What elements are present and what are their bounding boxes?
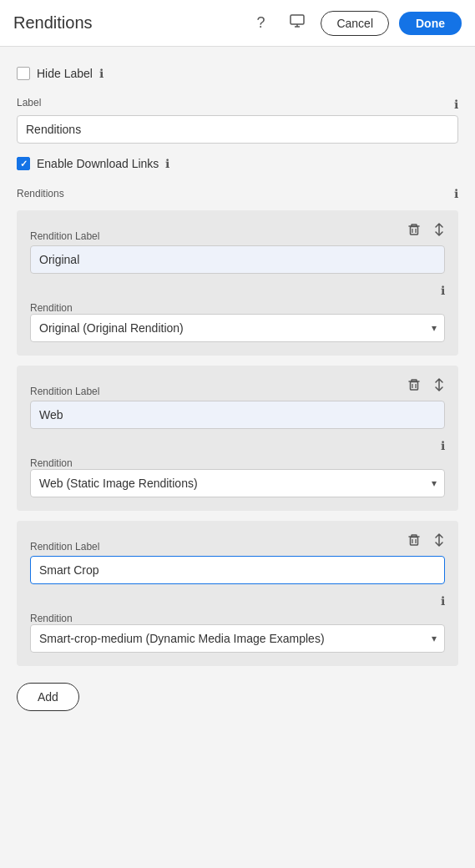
label-field-group: Label ℹ <box>17 97 458 144</box>
question-icon: ? <box>256 14 265 32</box>
sort-icon-2 <box>432 377 447 396</box>
card-2-actions <box>405 376 448 397</box>
card-3-rendition-label: Rendition <box>30 613 73 624</box>
trash-icon <box>407 222 422 240</box>
display-button[interactable] <box>284 10 311 37</box>
card-3-actions <box>405 531 448 553</box>
label-field-info-icon[interactable]: ℹ <box>454 98 458 111</box>
add-button[interactable]: Add <box>17 683 79 711</box>
rendition-card-3: Rendition Label ℹ Rendition Smart-crop-m… <box>17 521 458 666</box>
card-3-rendition-field: ℹ Rendition Smart-crop-medium (Dynamic M… <box>30 594 445 653</box>
card-2-label-field: Rendition Label <box>30 386 445 429</box>
label-input[interactable] <box>17 115 458 144</box>
renditions-section-label: Renditions <box>17 188 64 199</box>
card-1-select-wrapper: Original (Original Rendition) ▾ <box>30 314 445 342</box>
card-3-rendition-label-label: Rendition Label <box>30 541 445 553</box>
help-button[interactable]: ? <box>247 10 274 37</box>
card-1-rendition-select[interactable]: Original (Original Rendition) <box>30 314 445 342</box>
card-2-sort-button[interactable] <box>430 376 448 397</box>
sort-icon <box>432 222 447 240</box>
enable-download-checkbox[interactable] <box>17 157 30 170</box>
card-1-rendition-info-row: ℹ <box>30 284 445 297</box>
enable-download-label: Enable Download Links <box>37 157 159 170</box>
header: Renditions ? Cancel Done <box>0 0 475 47</box>
header-actions: ? Cancel Done <box>247 10 462 37</box>
card-2-rendition-info-row: ℹ <box>30 439 445 452</box>
card-1-sort-button[interactable] <box>430 220 448 242</box>
enable-download-info-icon[interactable]: ℹ <box>165 157 169 170</box>
hide-label-info-icon[interactable]: ℹ <box>99 67 104 80</box>
card-2-rendition-label: Rendition <box>30 457 73 469</box>
renditions-section-info-icon[interactable]: ℹ <box>454 187 458 200</box>
card-1-rendition-label: Rendition <box>30 302 73 314</box>
card-3-rendition-info-icon[interactable]: ℹ <box>441 594 445 608</box>
card-2-select-wrapper: Web (Static Image Renditions) ▾ <box>30 469 445 497</box>
rendition-card-2: Rendition Label ℹ Rendition Web (Static … <box>17 366 458 511</box>
label-field-label: Label <box>17 97 41 108</box>
card-2-rendition-label-label: Rendition Label <box>30 386 445 397</box>
done-button[interactable]: Done <box>399 12 462 35</box>
card-3-select-wrapper: Smart-crop-medium (Dynamic Media Image E… <box>30 624 445 653</box>
svg-rect-3 <box>411 227 418 235</box>
trash-icon-2 <box>407 377 422 396</box>
card-1-label-field: Rendition Label <box>30 230 445 274</box>
rendition-card-1: Rendition Label ℹ Rendition Original (Or… <box>17 210 458 356</box>
card-1-rendition-label-input[interactable] <box>30 245 445 274</box>
card-2-rendition-select[interactable]: Web (Static Image Renditions) <box>30 469 445 497</box>
hide-label-text: Hide Label <box>37 67 93 80</box>
svg-rect-7 <box>411 382 418 391</box>
card-1-rendition-field: ℹ Rendition Original (Original Rendition… <box>30 284 445 342</box>
card-3-rendition-info-row: ℹ <box>30 594 445 608</box>
card-3-label-field: Rendition Label <box>30 541 445 584</box>
card-1-rendition-label-label: Rendition Label <box>30 230 445 242</box>
card-3-delete-button[interactable] <box>405 531 423 553</box>
svg-rect-0 <box>291 15 304 24</box>
card-2-delete-button[interactable] <box>405 376 423 397</box>
page-title: Renditions <box>13 13 93 33</box>
card-2-rendition-info-icon[interactable]: ℹ <box>441 439 445 452</box>
card-3-sort-button[interactable] <box>430 531 448 553</box>
card-1-actions <box>405 220 448 242</box>
label-field-header: Label ℹ <box>17 97 458 112</box>
content-area: Hide Label ℹ Label ℹ Enable Download Lin… <box>0 47 475 728</box>
card-3-rendition-label-input[interactable] <box>30 556 445 584</box>
hide-label-checkbox[interactable] <box>17 67 30 80</box>
card-2-rendition-label-input[interactable] <box>30 401 445 429</box>
renditions-section-header: Renditions ℹ <box>17 187 458 200</box>
svg-rect-11 <box>411 537 418 546</box>
cancel-button[interactable]: Cancel <box>321 11 389 36</box>
display-icon <box>289 13 306 33</box>
sort-icon-3 <box>432 532 447 551</box>
trash-icon-3 <box>407 532 422 551</box>
card-3-rendition-select[interactable]: Smart-crop-medium (Dynamic Media Image E… <box>30 624 445 653</box>
enable-download-row: Enable Download Links ℹ <box>17 157 458 170</box>
card-1-delete-button[interactable] <box>405 220 423 242</box>
card-2-rendition-field: ℹ Rendition Web (Static Image Renditions… <box>30 439 445 497</box>
card-1-rendition-info-icon[interactable]: ℹ <box>441 284 445 297</box>
hide-label-row: Hide Label ℹ <box>17 67 458 80</box>
